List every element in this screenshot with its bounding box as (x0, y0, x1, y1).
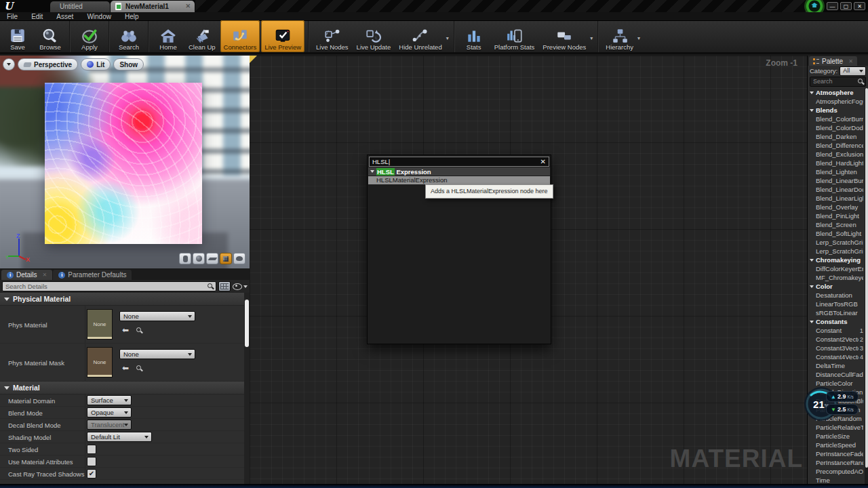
save-button[interactable]: Save (2, 20, 33, 52)
perspective-button[interactable]: Perspective (18, 58, 78, 70)
palette-item-blend-pinlight[interactable]: Blend_PinLight (808, 211, 865, 220)
section-header-material[interactable]: Material (0, 382, 244, 394)
view-options-button[interactable] (233, 283, 248, 290)
palette-item-time[interactable]: Time (808, 476, 865, 484)
preview-shape-teapot-button[interactable] (233, 253, 245, 264)
palette-item-deltatime[interactable]: DeltaTime (808, 361, 865, 370)
live-preview-button[interactable]: Live Preview (261, 20, 304, 52)
palette-item-blend-colordodge[interactable]: Blend_ColorDodge (808, 123, 865, 132)
palette-item-constant[interactable]: Constant1 (808, 326, 865, 335)
palette-item-blend-colorburn[interactable]: Blend_ColorBurn (808, 115, 865, 123)
palette-item-blend-difference[interactable]: Blend_Difference (808, 141, 865, 150)
details-scrollbar[interactable] (244, 293, 250, 488)
palette-item-constant4vector[interactable]: Constant4Vector4 (808, 352, 865, 361)
palette-item-lerp-scratchgrin[interactable]: Lerp_ScratchGrin (808, 247, 865, 256)
palette-item-blend-exclusion[interactable]: Blend_Exclusion (808, 150, 865, 159)
palette-item-blend-linearlight[interactable]: Blend_LinearLight (808, 194, 865, 203)
palette-item-blend-softlight[interactable]: Blend_SoftLight (808, 229, 865, 238)
preview-viewport[interactable]: Perspective Lit Show Z Y X (0, 56, 250, 268)
cast-ray-traced-shadows-checkbox[interactable]: ✔ (87, 469, 96, 479)
tab-untitled[interactable]: Untitled (50, 1, 110, 12)
palette-category-constants[interactable]: Constants (808, 317, 865, 326)
palette-item-atmosphericfogc[interactable]: AtmosphericFogC (808, 97, 865, 106)
viewport-options-dropdown[interactable] (3, 58, 15, 70)
tab-parameter-defaults[interactable]: i Parameter Defaults (53, 270, 132, 280)
menu-edit[interactable]: Edit (24, 13, 50, 20)
menu-file[interactable]: File (0, 13, 24, 20)
shading-model-select[interactable]: Default Lit (87, 432, 152, 442)
browse-asset-icon[interactable] (136, 327, 142, 333)
connectors-button[interactable]: Connectors (220, 20, 260, 52)
palette-item-particlesize[interactable]: ParticleSize (808, 432, 865, 441)
platform-stats-button[interactable]: Platform Stats (491, 20, 538, 52)
preview-shape-plane-button[interactable] (206, 253, 218, 264)
material-graph-canvas[interactable]: Zoom -1 MATERIAL HLSL| ✕ HLSL Expression… (250, 56, 807, 484)
category-select[interactable]: All (840, 66, 866, 76)
material-preview-mesh[interactable] (45, 83, 202, 244)
use-selected-asset-icon[interactable]: ⬅ (122, 326, 129, 334)
tab-palette-close-icon[interactable]: ✕ (848, 58, 853, 64)
menu-help[interactable]: Help (118, 13, 146, 20)
palette-item-desaturation[interactable]: Desaturation (808, 291, 865, 300)
details-scrollbar-thumb[interactable] (245, 300, 249, 347)
palette-item-particlerelativeti[interactable]: ParticleRelativeTi (808, 423, 865, 432)
home-button[interactable]: Home (153, 20, 184, 52)
tab-details[interactable]: i Details ✕ (1, 270, 52, 280)
details-search-input[interactable]: Search Details (2, 281, 216, 291)
chevron-down-icon[interactable]: ▾ (446, 35, 449, 41)
preview-shape-cube-button[interactable] (220, 253, 232, 264)
menu-asset[interactable]: Asset (50, 13, 80, 20)
context-menu-close-icon[interactable]: ✕ (540, 157, 546, 167)
hierarchy-button[interactable]: Hierarchy (602, 20, 637, 52)
blend-mode-select[interactable]: Opaque (87, 407, 132, 418)
lit-button[interactable]: Lit (81, 58, 111, 70)
clean-up-button[interactable]: Clean Up (185, 20, 219, 52)
browse-button[interactable]: Browse (35, 20, 66, 52)
preview-shape-sphere-button[interactable] (193, 253, 205, 264)
phys-material-select[interactable]: None (119, 311, 195, 321)
palette-category-color[interactable]: Color (808, 282, 865, 291)
palette-item-blend-hardlight[interactable]: Blend_HardLight (808, 159, 865, 167)
phys-material-thumbnail[interactable]: None (87, 309, 113, 340)
context-menu-item-hlslmaterialexpression[interactable]: HLSLMaterialExpression (368, 176, 550, 184)
context-menu-category[interactable]: HLSL Expression (368, 167, 550, 176)
palette-item-precomputedaom[interactable]: PrecomputedAOM (808, 467, 865, 476)
property-matrix-button[interactable] (218, 281, 231, 291)
palette-item-diffcolorkeyererc[interactable]: DiffColorKeyerErc (808, 264, 865, 273)
palette-category-atmosphere[interactable]: Atmosphere (808, 88, 865, 97)
palette-category-blends[interactable]: Blends (808, 106, 865, 115)
search-button[interactable]: Search (113, 20, 144, 52)
use-selected-asset-icon[interactable]: ⬅ (122, 364, 129, 372)
maximize-button[interactable]: ▢ (840, 2, 852, 10)
palette-item-constant3vector[interactable]: Constant3Vector3 (808, 344, 865, 352)
section-header-physical-material[interactable]: Physical Material (0, 293, 244, 306)
palette-item-lerp-scratchgrin[interactable]: Lerp_ScratchGrin (808, 238, 865, 247)
palette-item-perinstancerand[interactable]: PerInstanceRand (808, 458, 865, 467)
palette-item-constant2vector[interactable]: Constant2Vector2 (808, 335, 865, 344)
palette-item-srgbtolinear[interactable]: sRGBToLinear (808, 308, 865, 317)
phys-material-mask-thumbnail[interactable]: None (87, 347, 113, 378)
stats-button[interactable]: Stats (458, 20, 490, 52)
tab-newmaterial1[interactable]: NewMaterial1 ✕ (111, 1, 195, 12)
phys-material-mask-select[interactable]: None (119, 349, 195, 359)
apply-button[interactable]: Apply (74, 20, 105, 52)
palette-item-blend-lighten[interactable]: Blend_Lighten (808, 167, 865, 176)
palette-item-lineartosrgb[interactable]: LinearTosRGB (808, 300, 865, 308)
tab-close-icon[interactable]: ✕ (185, 1, 191, 12)
palette-item-mf-chromakeyer[interactable]: MF_Chromakeyer (808, 273, 865, 282)
menu-window[interactable]: Window (80, 13, 118, 20)
close-button[interactable]: ✕ (854, 2, 865, 10)
browse-asset-icon[interactable] (136, 365, 142, 371)
palette-item-perinstancefadea[interactable]: PerInstanceFadeA (808, 449, 865, 458)
preview-nodes-button[interactable]: Preview Nodes (539, 20, 589, 52)
tab-palette[interactable]: Palette ✕ (809, 56, 857, 66)
palette-item-blend-overlay[interactable]: Blend_Overlay (808, 203, 865, 211)
chevron-down-icon[interactable]: ▾ (590, 35, 593, 41)
preview-shape-cylinder-button[interactable] (179, 253, 191, 264)
hide-unrelated-button[interactable]: Hide Unrelated (395, 20, 445, 52)
two-sided-checkbox[interactable] (87, 445, 96, 454)
context-menu-search-input[interactable]: HLSL| ✕ (369, 157, 549, 167)
palette-item-blend-linearburn[interactable]: Blend_LinearBurn (808, 176, 865, 185)
material-domain-select[interactable]: Surface (87, 395, 132, 405)
palette-item-particlespeed[interactable]: ParticleSpeed (808, 441, 865, 449)
